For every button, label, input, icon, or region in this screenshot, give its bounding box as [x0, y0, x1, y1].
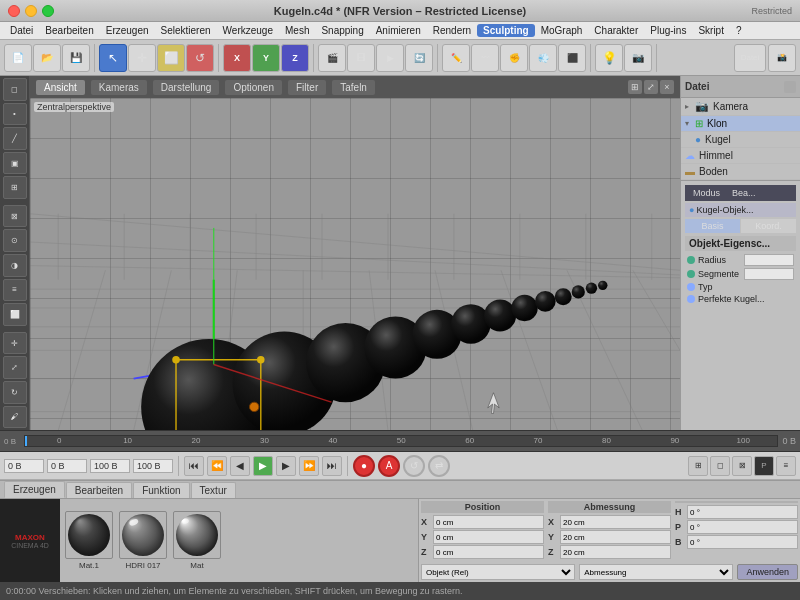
new-button[interactable]: 📄	[4, 44, 32, 72]
menu-help[interactable]: ?	[730, 24, 748, 37]
props-tab-koord[interactable]: Koord.	[741, 219, 796, 233]
maximize-button[interactable]	[42, 5, 54, 17]
menu-rendern[interactable]: Rendern	[427, 24, 477, 37]
sculpt-flatten[interactable]: ⬛	[558, 44, 586, 72]
props-tab-basis[interactable]: Basis	[685, 219, 740, 233]
menu-snapping[interactable]: Snapping	[315, 24, 369, 37]
transport-prev-key[interactable]: ⏪	[207, 456, 227, 476]
viewport[interactable]: Ansicht Kameras Darstellung Optionen Fil…	[30, 76, 680, 430]
transport-loop[interactable]: ↺	[403, 455, 425, 477]
render-region[interactable]: 🎬	[318, 44, 346, 72]
object-item-boden[interactable]: ▬ Boden	[681, 164, 800, 180]
transport-prev-frame[interactable]: ◀	[230, 456, 250, 476]
axis-y[interactable]: Y	[252, 44, 280, 72]
menu-bearbeiten[interactable]: Bearbeiten	[39, 24, 99, 37]
mode-tab-modus[interactable]: Modus	[689, 187, 724, 199]
object-item-himmel[interactable]: ☁ Himmel	[681, 148, 800, 164]
viewport-tab-ansicht[interactable]: Ansicht	[36, 80, 85, 95]
transport-auto-key[interactable]: A	[378, 455, 400, 477]
transport-btn-4[interactable]: P	[754, 456, 774, 476]
menu-plugins[interactable]: Plug-ins	[644, 24, 692, 37]
menu-werkzeuge[interactable]: Werkzeuge	[217, 24, 279, 37]
transport-goto-end[interactable]: ⏭	[322, 456, 342, 476]
abm-input-y[interactable]	[560, 530, 671, 544]
transport-goto-start[interactable]: ⏮	[184, 456, 204, 476]
sidebar-brush[interactable]: 🖌	[3, 406, 27, 429]
viewport-close[interactable]: ×	[660, 80, 674, 94]
object-item-kamera[interactable]: ▸ 📷 Kamera	[681, 98, 800, 116]
open-button[interactable]: 📂	[33, 44, 61, 72]
sidebar-select[interactable]: ⬜	[3, 303, 27, 326]
sidebar-uv-mode[interactable]: ⊞	[3, 176, 27, 199]
mode-tab-bea[interactable]: Bea...	[728, 187, 760, 199]
bottom-tab-funktion[interactable]: Funktion	[133, 482, 189, 498]
abm-input-z[interactable]	[560, 545, 671, 559]
camera-add[interactable]: 📷	[624, 44, 652, 72]
obj-rel-select[interactable]: Objekt (Rel) Welt	[421, 564, 575, 580]
sidebar-rotate2[interactable]: ↻	[3, 381, 27, 404]
menu-skript[interactable]: Skript	[692, 24, 730, 37]
move-tool[interactable]: ✛	[128, 44, 156, 72]
pos-input-z[interactable]	[433, 545, 544, 559]
pos-input-y[interactable]	[433, 530, 544, 544]
menu-datei[interactable]: Datei	[4, 24, 39, 37]
render-picture[interactable]: 🎞	[347, 44, 375, 72]
menu-mograph[interactable]: MoGraph	[535, 24, 589, 37]
axis-x[interactable]: X	[223, 44, 251, 72]
transport-frame-total[interactable]	[133, 459, 173, 473]
material-hdri[interactable]: HDRI 017	[118, 511, 168, 571]
timeline-track[interactable]: 0 10 20 30 40 50 60 70 80 90 100	[24, 435, 778, 447]
close-button[interactable]	[8, 5, 20, 17]
timeline-playhead[interactable]	[25, 436, 27, 446]
viewport-tab-kameras[interactable]: Kameras	[91, 80, 147, 95]
viewport-tab-tafeln[interactable]: Tafeln	[332, 80, 375, 95]
prop-input-radius[interactable]	[744, 254, 794, 266]
rot-input-b[interactable]	[687, 535, 798, 549]
bottom-tab-bearbeiten[interactable]: Bearbeiten	[66, 482, 132, 498]
viewport-canvas[interactable]: Zentralperspektive	[30, 98, 680, 430]
sidebar-shade[interactable]: ◑	[3, 254, 27, 277]
sidebar-points-mode[interactable]: •	[3, 103, 27, 126]
sculpt-smooth[interactable]: 〰	[471, 44, 499, 72]
rotate-tool[interactable]: ↺	[186, 44, 214, 72]
sidebar-view[interactable]: ⊙	[3, 229, 27, 252]
right-panel-menu[interactable]	[784, 81, 796, 93]
viewport-tab-optionen[interactable]: Optionen	[225, 80, 282, 95]
transport-next-key[interactable]: ⏩	[299, 456, 319, 476]
viewport-restore[interactable]: ⊞	[628, 80, 642, 94]
right-panel-camera[interactable]: 📸	[768, 44, 796, 72]
apply-button[interactable]: Anwenden	[737, 564, 798, 580]
menu-sculpting[interactable]: Sculpting	[477, 24, 535, 37]
object-item-kugel[interactable]: ● Kugel	[681, 132, 800, 148]
sidebar-move[interactable]: ✛	[3, 332, 27, 355]
transport-ping-pong[interactable]: ⇄	[428, 455, 450, 477]
bottom-tab-textur[interactable]: Textur	[191, 482, 236, 498]
rot-input-h[interactable]	[687, 505, 798, 519]
sculpt-grab[interactable]: ✊	[500, 44, 528, 72]
viewport-tab-darstellung[interactable]: Darstellung	[153, 80, 220, 95]
menu-charakter[interactable]: Charakter	[588, 24, 644, 37]
prop-input-segmente[interactable]	[744, 268, 794, 280]
abm-input-x[interactable]	[560, 515, 671, 529]
sidebar-snap[interactable]: ⊠	[3, 205, 27, 228]
object-item-klon[interactable]: ▾ ⊞ Klon	[681, 116, 800, 132]
menu-animieren[interactable]: Animieren	[370, 24, 427, 37]
transport-btn-2[interactable]: ◻	[710, 456, 730, 476]
material-mat[interactable]: Mat	[172, 511, 222, 571]
scale-tool[interactable]: ⬜	[157, 44, 185, 72]
bottom-tab-erzeugen[interactable]: Erzeugen	[4, 481, 65, 498]
transport-play[interactable]: ▶	[253, 456, 273, 476]
menu-erzeugen[interactable]: Erzeugen	[100, 24, 155, 37]
menu-mesh[interactable]: Mesh	[279, 24, 315, 37]
render-active[interactable]: ▶	[376, 44, 404, 72]
save-button[interactable]: 💾	[62, 44, 90, 72]
pos-input-x[interactable]	[433, 515, 544, 529]
render-ipr[interactable]: 🔄	[405, 44, 433, 72]
transport-frame-start[interactable]	[4, 459, 44, 473]
right-panel-datei[interactable]: Datei	[734, 44, 766, 72]
transport-record[interactable]: ●	[353, 455, 375, 477]
menu-selektieren[interactable]: Selektieren	[155, 24, 217, 37]
transport-frame-end[interactable]	[90, 459, 130, 473]
transport-btn-1[interactable]: ⊞	[688, 456, 708, 476]
transport-btn-5[interactable]: ≡	[776, 456, 796, 476]
